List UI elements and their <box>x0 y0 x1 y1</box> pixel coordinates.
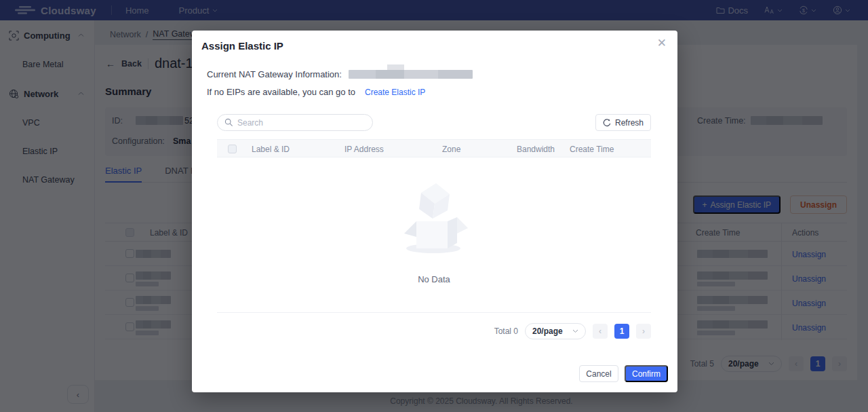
page-size-select[interactable]: 20/page <box>525 323 586 339</box>
column-header-ip-address: IP Address <box>344 145 384 154</box>
column-header-bandwidth: Bandwidth <box>517 145 555 154</box>
column-header-label-id: Label & ID <box>252 145 290 154</box>
page-size-value: 20/page <box>532 326 563 336</box>
empty-table-body: No Data <box>217 157 651 313</box>
confirm-button[interactable]: Confirm <box>625 365 668 382</box>
next-page-button[interactable]: › <box>636 324 651 339</box>
chevron-down-icon <box>572 329 578 333</box>
prev-page-button[interactable]: ‹ <box>593 324 608 339</box>
column-header-create-time: Create Time <box>570 145 614 154</box>
create-elastic-ip-link[interactable]: Create Elastic IP <box>365 88 425 97</box>
close-icon[interactable]: ✕ <box>657 37 667 49</box>
eip-select-table: Label & ID IP Address Zone Bandwidth Cre… <box>217 139 651 313</box>
select-all-checkbox[interactable] <box>228 145 237 153</box>
column-header-zone: Zone <box>442 145 460 154</box>
eip-hint-text: If no EIPs are available, you can go to <box>207 87 355 97</box>
assign-elastic-ip-dialog: Assign Elastic IP ✕ Current NAT Gateway … <box>192 31 677 392</box>
eip-hint-row: If no EIPs are available, you can go to … <box>207 87 425 97</box>
dialog-footer: Cancel Confirm <box>579 365 668 382</box>
refresh-button[interactable]: Refresh <box>595 114 651 131</box>
search-icon <box>224 118 233 127</box>
dialog-title: Assign Elastic IP <box>201 40 283 52</box>
screen: Cloudsway Home Product Docs <box>0 0 868 412</box>
table-header-row: Label & ID IP Address Zone Bandwidth Cre… <box>217 139 651 157</box>
redacted-nat-gateway-info <box>349 70 473 79</box>
refresh-icon <box>603 119 611 127</box>
no-data-text: No Data <box>418 274 450 284</box>
empty-box-illustration <box>391 178 477 258</box>
search-toolbar: Refresh <box>217 114 651 131</box>
search-box <box>217 114 373 131</box>
redacted-fragment <box>387 64 404 70</box>
search-input[interactable] <box>237 118 366 128</box>
cancel-button[interactable]: Cancel <box>579 365 618 382</box>
dialog-pagination: Total 0 20/page ‹ 1 › <box>494 323 651 339</box>
nat-gateway-info-label: Current NAT Gateway Information: <box>207 69 342 79</box>
refresh-label: Refresh <box>615 118 644 128</box>
current-page-button[interactable]: 1 <box>614 324 629 339</box>
nat-gateway-info-row: Current NAT Gateway Information: <box>207 69 473 79</box>
total-count: Total 0 <box>494 326 518 336</box>
